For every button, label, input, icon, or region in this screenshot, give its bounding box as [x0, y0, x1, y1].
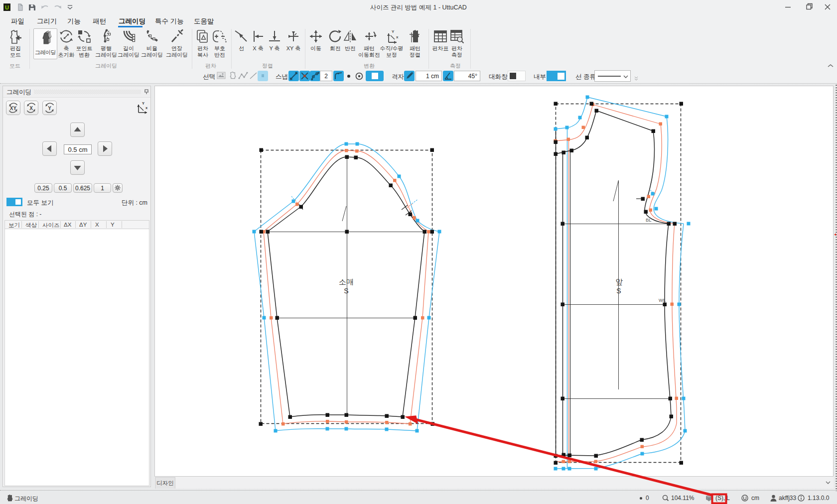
- svg-text:Y: Y: [142, 101, 144, 106]
- svg-text:소매: 소매: [339, 277, 354, 286]
- svg-text:앞: 앞: [616, 277, 623, 286]
- svg-text:BL: BL: [646, 217, 652, 223]
- svg-text:X: X: [29, 106, 33, 111]
- svg-text:WL: WL: [659, 297, 666, 303]
- svg-text:S: S: [344, 287, 348, 295]
- svg-text:x: x: [145, 106, 148, 110]
- svg-text:x: x: [396, 35, 399, 39]
- svg-text:Y: Y: [48, 106, 51, 111]
- svg-text:XY: XY: [10, 106, 17, 111]
- svg-text:Y: Y: [392, 29, 395, 34]
- svg-text:S: S: [616, 287, 621, 295]
